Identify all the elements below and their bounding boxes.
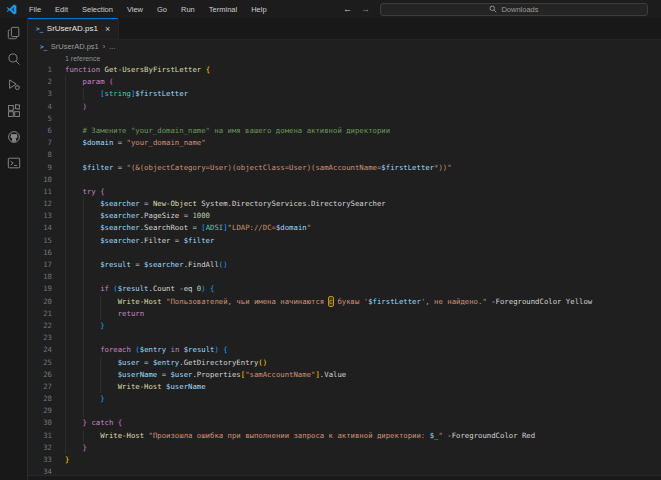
code-line: 8 [28,149,661,161]
code-line: 26 $userName = $user.Properties["samAcco… [28,369,661,381]
code-line: 18 [28,271,661,283]
menu-help[interactable]: Help [244,3,273,16]
indent-guide [65,332,66,344]
indent-guide [65,137,66,149]
indent-guide [100,357,101,369]
indent-guide [65,357,66,369]
line-number: 15 [28,235,52,247]
search-value: Downloads [501,5,538,14]
powershell-file-icon: >_ [36,25,43,33]
indent-guide [83,259,84,271]
indent-guide [83,308,84,320]
indent-guide [83,369,84,381]
indent-guide [83,357,84,369]
extensions-icon[interactable] [3,102,25,119]
line-number: 7 [28,137,52,149]
code-line: 10 [28,174,661,186]
back-arrow-icon[interactable]: ← [343,4,352,14]
indent-guide [83,283,84,295]
indent-guide [83,210,84,222]
indent-guide [65,125,66,137]
indent-guide [65,369,66,381]
menu-edit[interactable]: Edit [48,3,75,16]
indent-guide [65,247,66,259]
indent-guide [65,405,66,417]
powershell-file-icon: >_ [40,43,47,51]
indent-guide [83,393,84,405]
menu-run[interactable]: Run [174,3,202,16]
breadcrumb-file[interactable]: SrUserAD.ps1 [51,42,99,51]
tab-sruserad-ps1[interactable]: >_ SrUserAD.ps1 × [28,18,119,39]
activity-bar [0,18,28,480]
explorer-icon[interactable] [3,24,25,41]
code-area: 1function Get-UsersByFirstLetter {2 para… [28,64,661,478]
run-and-debug-icon[interactable] [3,76,25,93]
code-line: 28 } [28,393,661,405]
indent-guide [83,405,84,417]
line-number: 27 [28,381,52,393]
vscode-logo-icon [6,4,17,15]
line-number: 22 [28,320,52,332]
editor-bottom-edge [28,475,661,480]
close-tab-icon[interactable]: × [105,24,110,34]
forward-arrow-icon[interactable]: → [361,4,370,14]
code-line: 31 Write-Host "Произошла ошибка при выпо… [28,430,661,442]
search-icon[interactable] [3,50,25,67]
indent-guide [100,308,101,320]
code-editor: 1 reference 1function Get-UsersByFirstLe… [28,53,661,480]
line-number: 10 [28,174,52,186]
menu-go[interactable]: Go [150,3,174,16]
indent-guide [100,369,101,381]
line-number: 12 [28,198,52,210]
codelens-reference[interactable]: 1 reference [65,53,661,64]
line-number: 2 [28,76,52,88]
command-center-search[interactable]: Downloads [380,3,648,16]
indent-guide [65,430,66,442]
line-number: 19 [28,283,52,295]
line-number: 28 [28,393,52,405]
code-line: 2 param ( [28,76,661,88]
code-line: 11 try { [28,186,661,198]
line-number: 3 [28,88,52,100]
line-number: 9 [28,162,52,174]
line-number: 13 [28,210,52,222]
line-number: 4 [28,101,52,113]
powershell-icon[interactable] [3,154,25,171]
line-number: 25 [28,357,52,369]
code-line: 27 Write-Host $userName [28,381,661,393]
indent-guide [65,174,66,186]
code-line: 12 $searcher = New-Object System.Directo… [28,198,661,210]
indent-guide [83,235,84,247]
tab-bar: >_ SrUserAD.ps1 × [28,18,661,40]
github-icon[interactable] [3,128,25,145]
indent-guide [65,222,66,234]
indent-guide [65,320,66,332]
menu-view[interactable]: View [120,3,150,16]
indent-guide [65,113,66,125]
code-line: 9 $filter = "(&(objectCategory=User)(obj… [28,162,661,174]
indent-guide [65,186,66,198]
indent-guide [65,162,66,174]
menu-selection[interactable]: Selection [75,3,120,16]
indent-guide [65,198,66,210]
line-number: 31 [28,430,52,442]
line-number: 5 [28,113,52,125]
tab-label: SrUserAD.ps1 [47,24,98,33]
code-line: 14 $searcher.SearchRoot = [ADSI]"LDAP://… [28,222,661,234]
vscode-window: FileEditSelectionViewGoRunTerminalHelp ←… [0,0,661,480]
indent-guide [83,430,84,442]
code-line: 30 } catch { [28,417,661,429]
indent-guide [65,235,66,247]
code-line: 22 } [28,320,661,332]
menu-file[interactable]: File [22,3,48,16]
indent-guide [65,101,66,113]
code-line: 16 [28,247,661,259]
line-number: 26 [28,369,52,381]
menu-terminal[interactable]: Terminal [202,3,244,16]
code-line: 4 ) [28,101,661,113]
breadcrumb-more[interactable]: ... [109,42,115,51]
code-line: 33} [28,454,661,466]
menu-bar: FileEditSelectionViewGoRunTerminalHelp [22,3,274,16]
indent-guide [65,76,66,88]
line-number: 20 [28,296,52,308]
